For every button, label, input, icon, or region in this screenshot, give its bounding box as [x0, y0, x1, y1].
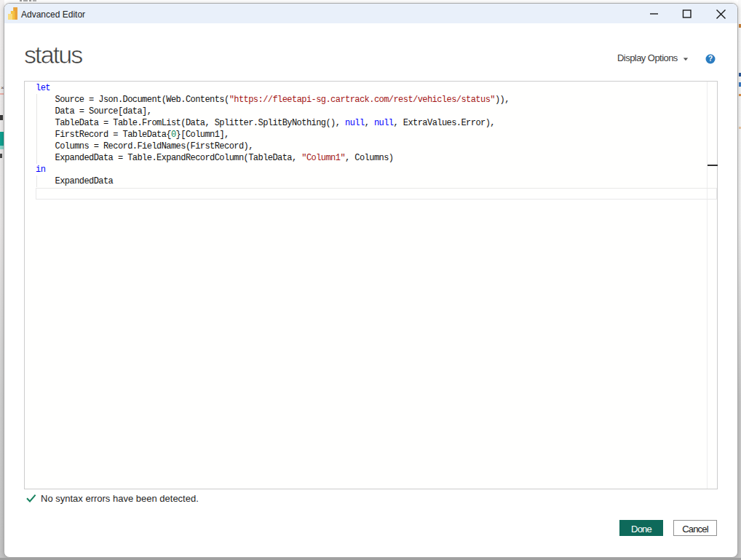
- svg-text:?: ?: [708, 55, 713, 63]
